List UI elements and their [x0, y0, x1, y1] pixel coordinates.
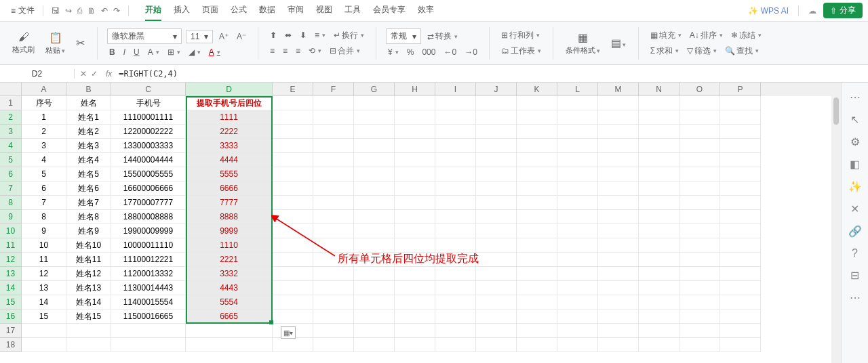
- cell-O12[interactable]: [679, 253, 720, 267]
- cell-F18[interactable]: [313, 338, 354, 352]
- cell-I6[interactable]: [435, 167, 476, 182]
- cell-P12[interactable]: [720, 253, 761, 267]
- cell-H18[interactable]: [395, 338, 435, 352]
- cell-J16[interactable]: [476, 309, 517, 324]
- cell-L9[interactable]: [557, 210, 598, 224]
- cell-G8[interactable]: [354, 196, 395, 210]
- cell-J6[interactable]: [476, 167, 517, 182]
- cell-P6[interactable]: [720, 167, 761, 182]
- cell-N4[interactable]: [639, 139, 679, 153]
- cell-C6[interactable]: 15500005555: [111, 167, 186, 182]
- cell-E16[interactable]: [273, 309, 313, 324]
- preview-icon[interactable]: 🗎: [87, 6, 96, 16]
- row-header-16[interactable]: 16: [0, 309, 22, 324]
- fill-button[interactable]: ▦ 填充: [648, 29, 684, 42]
- cell-A15[interactable]: 14: [22, 295, 66, 309]
- cell-C9[interactable]: 18800008888: [111, 210, 186, 224]
- cell-E3[interactable]: [273, 125, 313, 139]
- sort-button[interactable]: A↓ 排序: [688, 29, 725, 42]
- cell-M7[interactable]: [598, 182, 639, 196]
- tab-审阅[interactable]: 审阅: [288, 0, 304, 21]
- sum-button[interactable]: Σ 求和: [648, 45, 681, 58]
- cell-P17[interactable]: [720, 324, 761, 338]
- tab-会员专享[interactable]: 会员专享: [373, 0, 406, 21]
- cell-J7[interactable]: [476, 182, 517, 196]
- font-name-select[interactable]: 微软雅黑▾: [107, 28, 182, 44]
- column-header-N[interactable]: N: [639, 83, 679, 96]
- cell-G13[interactable]: [354, 267, 395, 281]
- cell-F1[interactable]: [313, 96, 354, 110]
- cell-H11[interactable]: [395, 238, 435, 253]
- cell-G5[interactable]: [354, 153, 395, 167]
- cell-L11[interactable]: [557, 238, 598, 253]
- cell-H4[interactable]: [395, 139, 435, 153]
- cell-M18[interactable]: [598, 338, 639, 352]
- cell-B9[interactable]: 姓名8: [66, 210, 111, 224]
- cell-N17[interactable]: [639, 324, 679, 338]
- cell-P14[interactable]: [720, 281, 761, 295]
- cell-O7[interactable]: [679, 182, 720, 196]
- align-middle-icon[interactable]: ⬌: [283, 30, 294, 41]
- cell-N9[interactable]: [639, 210, 679, 224]
- cell-N6[interactable]: [639, 167, 679, 182]
- tab-插入[interactable]: 插入: [174, 0, 190, 21]
- cell-O16[interactable]: [679, 309, 720, 324]
- cell-I7[interactable]: [435, 182, 476, 196]
- tab-页面[interactable]: 页面: [202, 0, 218, 21]
- cell-F16[interactable]: [313, 309, 354, 324]
- cell-B2[interactable]: 姓名1: [66, 110, 111, 125]
- cell-J10[interactable]: [476, 224, 517, 238]
- cell-H8[interactable]: [395, 196, 435, 210]
- share-button[interactable]: ⇧分享: [823, 3, 863, 18]
- tab-公式[interactable]: 公式: [231, 0, 247, 21]
- file-menu[interactable]: ≡ 文件: [5, 5, 40, 16]
- cell-P4[interactable]: [720, 139, 761, 153]
- export-icon[interactable]: ↪: [65, 6, 72, 16]
- cell-K8[interactable]: [517, 196, 557, 210]
- row-header-5[interactable]: 5: [0, 153, 22, 167]
- cell-A6[interactable]: 5: [22, 167, 66, 182]
- tab-开始[interactable]: 开始: [145, 0, 161, 21]
- cell-B3[interactable]: 姓名2: [66, 125, 111, 139]
- column-header-C[interactable]: C: [111, 83, 186, 96]
- cell-P3[interactable]: [720, 125, 761, 139]
- cell-N3[interactable]: [639, 125, 679, 139]
- cell-J14[interactable]: [476, 281, 517, 295]
- cell-F13[interactable]: [313, 267, 354, 281]
- cell-O18[interactable]: [679, 338, 720, 352]
- cell-E13[interactable]: [273, 267, 313, 281]
- align-top-icon[interactable]: ⬆: [268, 30, 279, 41]
- fx-icon[interactable]: fx: [103, 69, 115, 79]
- cell-A2[interactable]: 1: [22, 110, 66, 125]
- wps-ai-button[interactable]: ✨ WPS AI: [748, 6, 789, 16]
- cell-L1[interactable]: [557, 96, 598, 110]
- cell-G14[interactable]: [354, 281, 395, 295]
- column-header-M[interactable]: M: [598, 83, 639, 96]
- dec-dec-icon[interactable]: →0: [462, 47, 479, 58]
- cell-E18[interactable]: [273, 338, 313, 352]
- layers-icon[interactable]: ◧: [850, 158, 860, 171]
- cell-I5[interactable]: [435, 153, 476, 167]
- cell-M13[interactable]: [598, 267, 639, 281]
- cell-L14[interactable]: [557, 281, 598, 295]
- cell-G11[interactable]: [354, 238, 395, 253]
- column-header-H[interactable]: H: [395, 83, 435, 96]
- tab-工具[interactable]: 工具: [344, 0, 361, 21]
- cell-A17[interactable]: [22, 324, 66, 338]
- cell-C15[interactable]: 11400015554: [111, 295, 186, 309]
- cell-H10[interactable]: [395, 224, 435, 238]
- orientation-icon[interactable]: ⟲: [307, 45, 323, 56]
- cell-F4[interactable]: [313, 139, 354, 153]
- cell-I15[interactable]: [435, 295, 476, 309]
- cell-A13[interactable]: 12: [22, 267, 66, 281]
- cell-I9[interactable]: [435, 210, 476, 224]
- cell-P2[interactable]: [720, 110, 761, 125]
- cell-H3[interactable]: [395, 125, 435, 139]
- cell-K18[interactable]: [517, 338, 557, 352]
- cell-B8[interactable]: 姓名7: [66, 196, 111, 210]
- formula-input[interactable]: =RIGHT(C2,4): [115, 69, 868, 79]
- cell-E5[interactable]: [273, 153, 313, 167]
- cell-O1[interactable]: [679, 96, 720, 110]
- cell-K3[interactable]: [517, 125, 557, 139]
- redo-icon[interactable]: ↷: [113, 6, 120, 16]
